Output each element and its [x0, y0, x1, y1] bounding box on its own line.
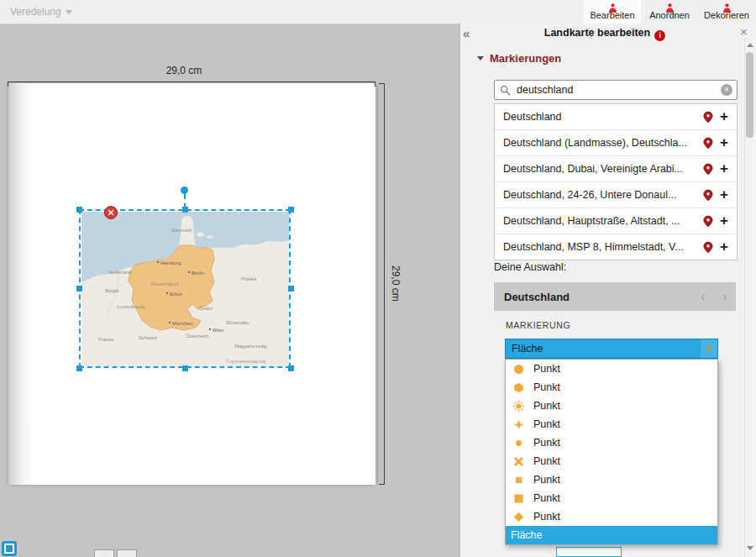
add-marker-button[interactable]: +	[717, 160, 732, 177]
result-label: Deutschland	[503, 111, 703, 123]
dimension-tick	[8, 81, 8, 87]
style-option[interactable]: Punkt	[506, 507, 717, 526]
result-row[interactable]: Deutschland (Landmasse), Deutschla... +	[495, 130, 737, 156]
selection-handle-bottom-left[interactable]	[76, 365, 82, 371]
close-icon	[108, 209, 114, 216]
circle-marker-icon	[513, 364, 524, 375]
selection-handle-bottom-right[interactable]	[288, 365, 294, 371]
caret-down-icon	[706, 347, 712, 351]
style-option[interactable]: Punkt	[506, 415, 717, 434]
rotation-handle[interactable]	[181, 187, 188, 194]
option-label: Punkt	[533, 474, 560, 486]
chevron-down-icon	[477, 56, 484, 60]
option-label: Punkt	[533, 381, 560, 393]
bottom-toolbar-button[interactable]	[117, 549, 137, 557]
markierung-field-label: MARKIERUNG	[506, 320, 570, 330]
dimension-tick	[379, 83, 385, 84]
scrollbar-thumb[interactable]	[746, 52, 753, 138]
search-icon	[500, 85, 511, 96]
search-results-list: Deutschland + Deutschland (Landmasse), D…	[494, 103, 738, 260]
option-label: Punkt	[533, 363, 560, 375]
veredelung-label: Veredelung	[10, 6, 61, 18]
book-spine	[8, 83, 32, 485]
selection-handle-top-left[interactable]	[76, 207, 82, 213]
dot-marker-icon	[513, 438, 524, 449]
next-marker-button[interactable]: ›	[714, 289, 736, 304]
info-icon[interactable]: i	[654, 30, 665, 41]
section-heading: Markierungen	[490, 52, 561, 65]
page-glyph	[4, 544, 14, 554]
panel-collapse-button[interactable]: «	[463, 26, 470, 40]
add-marker-button[interactable]: +	[717, 187, 732, 203]
result-row[interactable]: Deutschland, Hauptstraße, Altstadt, ... …	[495, 208, 737, 234]
partially-visible-select[interactable]	[556, 547, 622, 557]
result-row[interactable]: Deutschland, 24-26, Untere Donaul... +	[495, 182, 737, 208]
tab-bearbeiten[interactable]: Bearbeiten	[584, 0, 641, 24]
anordnen-mascot-icon	[664, 1, 675, 10]
markierungen-section-header[interactable]: Markierungen	[477, 52, 561, 65]
selection-handle-bottom-center[interactable]	[182, 365, 188, 371]
selection-handle-mid-left[interactable]	[76, 286, 82, 292]
page-height-label: 29,0 cm	[390, 265, 402, 302]
style-option-selected[interactable]: Fläche	[506, 526, 717, 544]
sparkle-marker-icon	[513, 419, 524, 430]
result-row[interactable]: Deutschland, MSP 8, Himmelstadt, V... +	[495, 234, 737, 260]
scroll-down-icon[interactable]	[747, 546, 753, 550]
style-option[interactable]: Punkt	[506, 489, 717, 507]
bearbeiten-mascot-icon	[607, 1, 618, 10]
page-stack-edge	[380, 85, 381, 483]
selection-handle-top-right[interactable]	[288, 207, 294, 213]
style-option[interactable]: Punkt	[506, 397, 717, 415]
mode-tabs: Bearbeiten Anordnen Dekorieren	[584, 0, 755, 24]
map-pin-icon	[703, 137, 713, 150]
style-option[interactable]: Punkt	[506, 360, 717, 378]
panel-close-button[interactable]: ×	[740, 24, 748, 39]
clear-search-icon[interactable]: ×	[721, 84, 732, 96]
scroll-up-icon[interactable]	[747, 43, 753, 47]
search-input[interactable]	[515, 83, 721, 97]
page-curl-line	[13, 85, 14, 483]
tab-label: Dekorieren	[704, 10, 749, 21]
add-marker-button[interactable]: +	[717, 134, 732, 151]
cross-marker-icon	[513, 456, 524, 467]
marker-style-select[interactable]: Fläche	[505, 339, 718, 359]
result-label: Deutschland, Dubai, Vereinigte Arabi...	[503, 163, 703, 175]
panel-title: Landkarte bearbeiteni	[483, 27, 727, 41]
map-pin-icon	[703, 189, 713, 202]
sun-marker-icon	[513, 401, 524, 412]
delete-object-button[interactable]	[104, 206, 118, 219]
result-row[interactable]: Deutschland +	[495, 104, 737, 130]
option-label: Punkt	[533, 492, 560, 504]
height-dimension-line	[384, 83, 385, 485]
map-pin-icon	[703, 163, 713, 176]
result-row[interactable]: Deutschland, Dubai, Vereinigte Arabi... …	[495, 156, 737, 182]
option-label: Punkt	[533, 437, 560, 449]
style-option[interactable]: Punkt	[506, 378, 717, 397]
veredelung-menu[interactable]: Veredelung	[10, 6, 72, 18]
tab-dekorieren[interactable]: Dekorieren	[698, 0, 755, 24]
style-option[interactable]: Punkt	[506, 434, 717, 452]
option-label: Punkt	[533, 400, 560, 412]
dimension-tick	[375, 81, 375, 87]
page-tool-icon[interactable]	[2, 541, 17, 556]
add-marker-button[interactable]: +	[717, 108, 732, 125]
add-marker-button[interactable]: +	[717, 213, 732, 229]
page-width-label: 29,0 cm	[156, 65, 212, 76]
tab-label: Bearbeiten	[590, 10, 634, 21]
selected-marker-card: Deutschland ‹ ›	[494, 282, 736, 311]
marker-style-value: Fläche	[506, 343, 701, 355]
style-option[interactable]: Punkt	[506, 470, 717, 489]
tab-anordnen[interactable]: Anordnen	[641, 0, 698, 24]
result-label: Deutschland (Landmasse), Deutschla...	[503, 137, 703, 149]
selected-marker-name: Deutschland	[494, 291, 692, 303]
option-label: Fläche	[511, 529, 543, 541]
selection-border[interactable]	[79, 209, 291, 368]
style-option[interactable]: Punkt	[506, 452, 717, 470]
selection-handle-mid-right[interactable]	[288, 286, 294, 292]
prev-marker-button[interactable]: ‹	[692, 289, 714, 304]
page-stack-edge	[377, 85, 378, 483]
add-marker-button[interactable]: +	[717, 239, 732, 255]
bottom-toolbar-button[interactable]	[94, 549, 114, 557]
square-marker-icon	[513, 493, 524, 504]
result-label: Deutschland, Hauptstraße, Altstadt, ...	[503, 215, 703, 227]
